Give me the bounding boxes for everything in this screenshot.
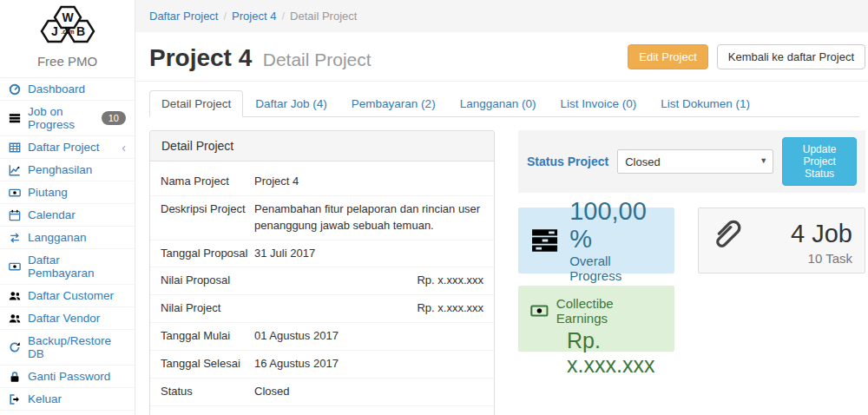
jwb-logo: J W B .com [0,0,135,50]
collectible-earnings-value: Rp. x.xxx.xxx [567,329,662,377]
sidebar-item-job-on-progress[interactable]: Job on Progress 10 [0,101,135,136]
breadcrumb-link-daftar-project[interactable]: Daftar Project [149,10,218,23]
brand-name: Free PMO [0,50,135,78]
page-header: Project 4 Detail Project Edit Project Ke… [135,32,868,82]
sidebar-item-label: Penghasilan [28,163,92,176]
tab-pembayaran[interactable]: Pembayaran (2) [339,90,448,117]
job-count-card: 4 Job 10 Task [698,208,865,273]
overall-progress-card: 100,00 % Overall Progress [518,208,674,273]
exchange-icon [9,232,21,244]
money-icon [9,260,21,273]
back-to-project-list-button[interactable]: Kembali ke daftar Project [717,44,865,69]
tab-list-dokumen[interactable]: List Dokumen (1) [648,90,762,117]
sidebar-item-label: Daftar Pembayaran [28,254,126,280]
sidebar-item-daftar-pembayaran[interactable]: Daftar Pembayaran [0,249,135,285]
breadcrumb-separator: / [281,10,285,23]
money-icon [9,187,21,199]
page-title: Project 4 [149,44,252,71]
table-row: Nilai Project Rp. x.xxx.xxx [150,295,494,323]
paperclip-icon [711,219,742,250]
sidebar-item-label: Backup/Restore DB [28,334,126,360]
main-content: Daftar Project/Project 4/Detail Project … [135,0,868,415]
page-subtitle: Detail Project [263,49,372,69]
breadcrumb-current: Detail Project [290,10,357,23]
sidebar: J W B .com Free PMO Dashboard Job on Pro… [0,0,135,415]
refresh-icon [9,341,21,353]
sidebar-item-langganan[interactable]: Langganan [0,227,135,249]
tab-list-invoice[interactable]: List Invoice (0) [548,90,648,117]
table-row: Tanggal Selesai 16 Agustus 2017 [150,351,494,379]
table-row: Customer Bapak Customer 001 [150,406,494,415]
table-row: Nama Project Project 4 [150,168,494,196]
tasks-icon [9,112,21,124]
sign-out-icon [9,393,21,405]
customer-link[interactable]: Bapak Customer 001 [254,412,360,415]
breadcrumb-link-project-4[interactable]: Project 4 [232,10,276,23]
calendar-icon [9,209,21,221]
sidebar-item-daftar-customer[interactable]: Daftar Customer [0,285,135,307]
svg-text:B: B [76,24,84,38]
sidebar-item-label: Keluar [28,392,62,405]
tab-langganan[interactable]: Langganan (0) [448,90,549,117]
project-summary-column: Status Project Closed ▼ Update Project S… [518,130,865,415]
dashboard-icon [9,83,21,96]
overall-progress-value: 100,00 % [569,198,662,254]
update-project-status-button[interactable]: Update Project Status [782,137,857,186]
sidebar-item-label: Job on Progress [28,105,95,131]
count-badge: 10 [102,111,126,125]
task-count-value: 10 Task [791,251,852,266]
sidebar-item-label: Dashboard [28,82,85,96]
sidebar-item-backup-restore-db[interactable]: Backup/Restore DB [0,330,135,366]
detail-project-panel: Detail Project Nama Project Project 4 De… [149,130,495,415]
tasks-icon [530,224,559,257]
table-row: Nilai Proposal Rp. x.xxx.xxx [150,267,494,295]
status-project-section: Status Project Closed ▼ Update Project S… [518,130,865,193]
collectible-earnings-card: Collectibe Earnings Rp. x.xxx.xxx [518,286,674,352]
users-icon [9,313,21,325]
tab-bar: Detail Project Daftar Job (4) Pembayaran… [149,90,859,117]
sidebar-item-ganti-password[interactable]: Ganti Password [0,366,135,388]
sidebar-item-penghasilan[interactable]: Penghasilan [0,159,135,181]
jwb-hexagon-logo-icon: J W B .com [28,5,108,45]
collectible-earnings-label: Collectibe Earnings [556,296,662,326]
table-row: Tanggal Proposal 31 Juli 2017 [150,240,494,268]
svg-text:.com: .com [61,29,74,35]
sidebar-item-label: Ganti Password [28,370,110,383]
breadcrumb: Daftar Project/Project 4/Detail Project [135,0,868,32]
sidebar-item-dashboard[interactable]: Dashboard [0,78,135,101]
sidebar-item-keluar[interactable]: Keluar [0,388,135,411]
tab-daftar-job[interactable]: Daftar Job (4) [243,90,339,117]
sidebar-item-label: Langganan [28,231,87,244]
lock-icon [9,371,21,383]
sidebar-item-label: Daftar Vendor [28,312,100,325]
sidebar-item-daftar-project[interactable]: Daftar Project ‹ [0,136,135,159]
table-icon [9,142,21,154]
users-icon [9,290,21,302]
sidebar-item-calendar[interactable]: Calendar [0,204,135,227]
status-project-select[interactable]: Closed [617,149,773,174]
tab-detail-project[interactable]: Detail Project [149,90,243,117]
breadcrumb-separator: / [223,10,227,23]
svg-text:J: J [51,24,58,38]
sidebar-item-piutang[interactable]: Piutang [0,181,135,204]
app-window: J W B .com Free PMO Dashboard Job on Pro… [0,0,868,415]
money-icon [530,301,549,320]
svg-text:W: W [62,10,74,24]
sidebar-item-label: Piutang [28,186,68,199]
overall-progress-label: Overall Progress [569,254,662,283]
panel-title: Detail Project [150,131,494,161]
sidebar-item-label: Daftar Customer [28,289,114,302]
sidebar-item-label: Daftar Project [28,141,100,154]
sidebar-item-label: Calendar [28,208,76,221]
chevron-left-icon: ‹ [122,142,126,154]
table-row: Tanggal Mulai 01 Agustus 2017 [150,323,494,351]
line-chart-icon [9,164,21,176]
status-project-label: Status Project [527,155,608,168]
edit-project-button[interactable]: Edit Project [628,44,707,69]
sidebar-item-daftar-vendor[interactable]: Daftar Vendor [0,307,135,330]
job-count-value: 4 Job [791,219,852,249]
table-row: Deskripsi Project Penambahan fitur pelap… [150,196,494,240]
table-row: Status Closed [150,379,494,406]
